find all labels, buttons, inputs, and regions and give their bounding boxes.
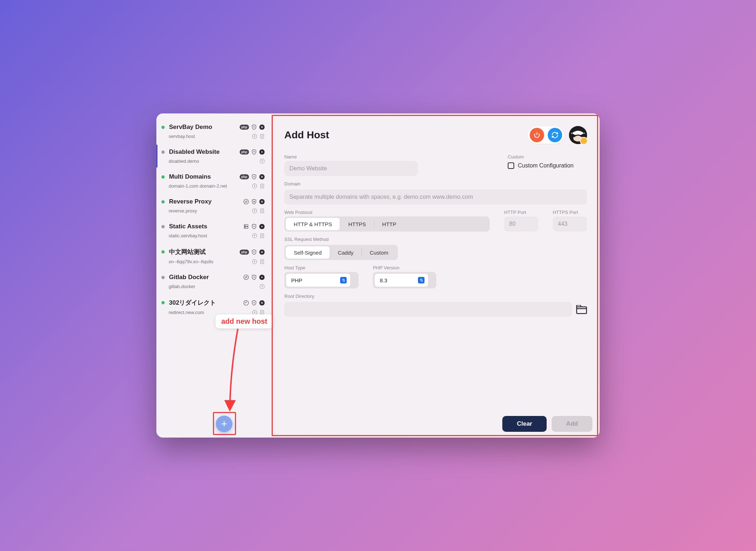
site-item[interactable]: Multi Domainsphpdomain-1.com domain-2.ne…: [156, 170, 271, 192]
compass-icon[interactable]: [252, 259, 257, 264]
ssl-segmented: Self-SignedCaddyCustom: [284, 245, 398, 260]
power-button[interactable]: [530, 128, 544, 142]
shield-icon[interactable]: [251, 224, 257, 229]
protocol-option[interactable]: HTTP & HTTPS: [286, 218, 340, 230]
header: Add Host: [284, 126, 587, 144]
php-badge: php: [240, 149, 249, 154]
play-icon[interactable]: [259, 224, 265, 229]
svg-rect-44: [262, 251, 263, 253]
folder-icon[interactable]: [576, 305, 587, 314]
php-badge: php: [240, 250, 249, 255]
root-dir-input[interactable]: [284, 302, 572, 317]
svg-rect-3: [262, 126, 263, 128]
ssl-option[interactable]: Self-Signed: [286, 246, 330, 259]
php-version-wrap: 8.3 ⇅: [373, 272, 436, 288]
compass-icon[interactable]: [252, 233, 257, 238]
svg-point-54: [244, 300, 248, 305]
avatar[interactable]: [569, 126, 587, 144]
name-input[interactable]: [284, 161, 418, 176]
svg-point-21: [244, 199, 248, 204]
refresh-button[interactable]: [548, 128, 562, 142]
protocol-segmented: HTTP & HTTPSHTTPSHTTP: [284, 216, 490, 232]
status-dot: [161, 126, 165, 129]
shield-icon[interactable]: [251, 149, 257, 155]
svg-point-1: [259, 125, 265, 130]
swap-icon: [243, 274, 249, 280]
custom-config-checkbox[interactable]: [508, 162, 514, 169]
ssl-option[interactable]: Custom: [362, 246, 396, 259]
svg-rect-23: [261, 201, 262, 202]
svg-point-50: [244, 275, 248, 279]
shield-icon[interactable]: [251, 274, 257, 280]
add-button[interactable]: Add: [552, 416, 592, 432]
site-domain: domain-1.com domain-2.net: [161, 183, 252, 189]
compass-icon[interactable]: [259, 158, 265, 164]
custom-label: Custom: [508, 154, 524, 160]
pause-icon[interactable]: [259, 199, 265, 205]
shield-icon[interactable]: [251, 124, 257, 130]
shield-icon[interactable]: [251, 199, 257, 205]
pause-icon[interactable]: [259, 124, 265, 130]
host-type-select[interactable]: PHP ⇅: [286, 273, 351, 287]
domain-input[interactable]: [284, 189, 587, 205]
clear-button[interactable]: Clear: [502, 416, 547, 432]
play-icon[interactable]: [259, 149, 265, 155]
svg-point-42: [259, 249, 265, 255]
name-label: Name: [284, 154, 418, 160]
site-name: 302リダイレクト: [169, 299, 240, 307]
compass-icon[interactable]: [259, 284, 265, 289]
shield-icon[interactable]: [251, 174, 257, 180]
php-version-select[interactable]: 8.3 ⇅: [374, 273, 428, 287]
site-domain: static.servbay.host: [161, 233, 252, 238]
svg-point-51: [254, 277, 254, 277]
ssl-label: SSL Request Method: [284, 237, 587, 242]
annotation-callout: add new host: [215, 314, 273, 328]
doc-icon[interactable]: [259, 259, 265, 264]
status-dot: [161, 175, 165, 179]
svg-point-32: [245, 225, 245, 225]
site-item[interactable]: Disabled Websitephpdisabled.demo: [156, 145, 271, 167]
site-item[interactable]: Static Assetsstatic.servbay.host: [156, 219, 271, 242]
ssl-option[interactable]: Caddy: [330, 246, 361, 259]
protocol-option[interactable]: HTTPS: [340, 218, 374, 230]
doc-icon[interactable]: [259, 233, 265, 238]
host-type-wrap: PHP ⇅: [284, 272, 359, 288]
svg-rect-2: [261, 126, 262, 128]
shield-icon[interactable]: [251, 249, 257, 255]
doc-icon[interactable]: [259, 208, 265, 214]
site-item[interactable]: ServBay Demophpservbay.host: [156, 120, 271, 143]
http-port-input[interactable]: [504, 216, 538, 232]
refresh-icon: [551, 131, 559, 139]
shield-icon[interactable]: [251, 300, 257, 306]
compass-icon[interactable]: [252, 134, 257, 139]
php-badge: php: [240, 125, 249, 130]
https-port-input[interactable]: [553, 216, 587, 232]
site-list: ServBay Demophpservbay.hostDisabled Webs…: [156, 118, 271, 430]
site-name: 中文网站测试: [169, 248, 237, 256]
main-panel: Add Host Name: [272, 115, 598, 436]
compass-icon[interactable]: [252, 183, 257, 189]
site-name: Gitlab Docker: [169, 274, 240, 281]
site-name: Reverse Proxy: [169, 198, 240, 205]
play-icon[interactable]: [259, 274, 265, 280]
add-host-fab-wrap: +: [216, 416, 232, 432]
site-item[interactable]: Gitlab Dockergitlab.docker: [156, 270, 271, 293]
svg-rect-66: [577, 307, 587, 314]
sidebar: ServBay Demophpservbay.hostDisabled Webs…: [156, 113, 272, 438]
site-domain: disabled.demo: [161, 158, 259, 164]
pause-icon[interactable]: [259, 300, 265, 306]
doc-icon[interactable]: [259, 134, 265, 139]
status-dot: [161, 250, 165, 254]
compass-icon[interactable]: [252, 208, 257, 214]
protocol-option[interactable]: HTTP: [374, 218, 404, 230]
site-item[interactable]: 中文网站测试phpxn--6qq79v.xn--fiqs8s: [156, 244, 271, 268]
status-dot: [161, 200, 165, 203]
chevron-updown-icon: ⇅: [340, 277, 347, 283]
pause-icon[interactable]: [259, 249, 265, 255]
site-domain: xn--6qq79v.xn--fiqs8s: [161, 259, 252, 264]
doc-icon[interactable]: [259, 183, 265, 189]
svg-rect-58: [262, 302, 263, 304]
pause-icon[interactable]: [259, 174, 265, 180]
site-item[interactable]: Reverse Proxyreverse.proxy: [156, 194, 271, 217]
svg-point-33: [245, 227, 245, 228]
